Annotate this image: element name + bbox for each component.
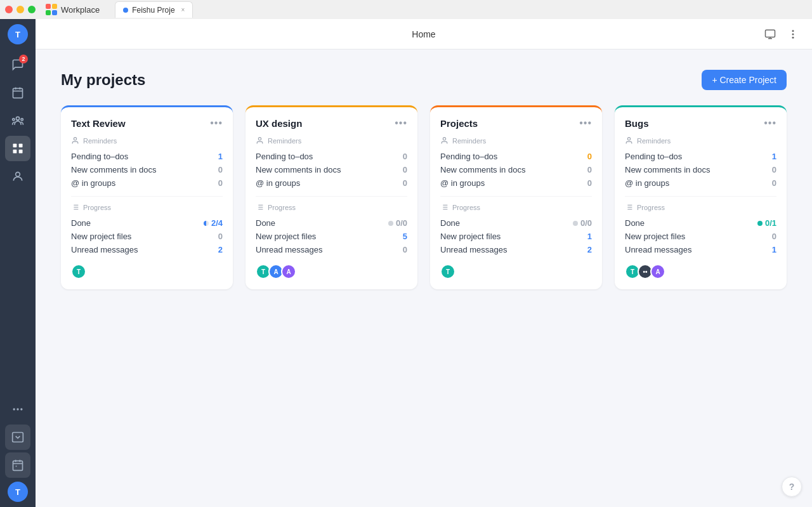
svg-rect-11 bbox=[13, 144, 17, 148]
svg-point-16 bbox=[13, 408, 15, 410]
card-menu-bugs[interactable]: ••• bbox=[764, 117, 776, 129]
reminders-label-text-review: Reminders bbox=[71, 136, 223, 145]
progress-row-projects-0: Done 0/0 bbox=[440, 216, 592, 230]
sidebar: T 2 bbox=[0, 19, 36, 507]
svg-point-17 bbox=[16, 408, 18, 410]
project-card-text-review: Text Review ••• RemindersPending to–dos1… bbox=[61, 105, 233, 289]
svg-point-50 bbox=[627, 138, 630, 140]
projects-grid-icon bbox=[11, 142, 24, 155]
reminder-row-text-review: New comments in docs0 bbox=[71, 163, 223, 176]
maximize-traffic-light[interactable] bbox=[28, 6, 36, 13]
sidebar-item-more[interactable] bbox=[5, 397, 30, 422]
reminder-row-bugs: New comments in docs0 bbox=[625, 163, 776, 176]
page-header: My projects + Create Project bbox=[61, 70, 787, 90]
svg-rect-20 bbox=[13, 461, 23, 470]
svg-rect-13 bbox=[13, 150, 17, 154]
progress-label-projects: Progress bbox=[440, 203, 592, 211]
progress-row-bugs-0: Done 0/1 bbox=[625, 216, 776, 230]
progress-row-bugs-2: Unread messages1 bbox=[625, 243, 776, 256]
title-bar: Workplace Feishu Proje × bbox=[0, 0, 812, 19]
content-area: Home My projects + Create Pr bbox=[36, 19, 812, 507]
svg-rect-3 bbox=[52, 10, 57, 15]
reminder-row-ux-design: Pending to–dos0 bbox=[256, 150, 407, 163]
project-card-bugs: Bugs ••• RemindersPending to–dos1New com… bbox=[615, 105, 787, 289]
project-card-projects: Projects ••• RemindersPending to–dos0New… bbox=[430, 105, 602, 289]
top-bar-actions bbox=[761, 25, 802, 43]
active-tab[interactable]: Feishu Proje × bbox=[115, 1, 193, 18]
terminal-icon bbox=[11, 431, 24, 444]
reminder-row-bugs: @ in groups0 bbox=[625, 176, 776, 190]
progress-row-projects-1: New project files1 bbox=[440, 230, 592, 243]
tab-dot bbox=[123, 8, 128, 13]
more-options-btn[interactable] bbox=[784, 25, 802, 43]
app-logo-icon bbox=[46, 4, 57, 15]
tabs-bar: Feishu Proje × bbox=[115, 1, 193, 18]
svg-point-26 bbox=[792, 30, 794, 32]
sidebar-bottom-avatar[interactable]: T bbox=[8, 482, 28, 502]
avatars-text-review: T bbox=[71, 264, 223, 279]
reminder-row-projects: Pending to–dos0 bbox=[440, 150, 592, 163]
chat-badge: 2 bbox=[19, 55, 28, 63]
reminders-label-ux-design: Reminders bbox=[256, 136, 407, 145]
calendar-icon bbox=[11, 86, 24, 99]
reminders-label-projects: Reminders bbox=[440, 136, 592, 145]
svg-rect-12 bbox=[19, 144, 23, 148]
reminder-row-projects: New comments in docs0 bbox=[440, 163, 592, 176]
app-brand: Workplace bbox=[46, 4, 100, 15]
progress-row-text-review-1: New project files0 bbox=[71, 230, 223, 243]
avatars-ux-design: TAA bbox=[256, 264, 407, 279]
sidebar-item-contacts[interactable] bbox=[5, 164, 30, 189]
progress-label-text-review: Progress bbox=[71, 203, 223, 211]
tab-close-button[interactable]: × bbox=[181, 6, 185, 13]
avatar[interactable]: T bbox=[440, 264, 455, 279]
avatars-projects: T bbox=[440, 264, 592, 279]
avatar[interactable]: T bbox=[71, 264, 86, 279]
svg-rect-2 bbox=[46, 10, 51, 15]
sidebar-bottom-terminal[interactable] bbox=[5, 425, 30, 450]
svg-point-28 bbox=[792, 36, 794, 38]
more-horizontal-icon bbox=[11, 403, 24, 416]
close-traffic-light[interactable] bbox=[5, 6, 13, 13]
card-menu-text-review[interactable]: ••• bbox=[210, 117, 223, 129]
card-title-bugs: Bugs bbox=[625, 118, 649, 129]
avatar[interactable]: A bbox=[281, 264, 296, 279]
sidebar-item-projects[interactable] bbox=[5, 136, 30, 161]
sidebar-item-groups[interactable] bbox=[5, 108, 30, 133]
main-layout: T 2 bbox=[0, 19, 812, 507]
card-menu-ux-design[interactable]: ••• bbox=[395, 117, 407, 129]
card-title-projects: Projects bbox=[440, 118, 478, 129]
traffic-lights bbox=[5, 6, 36, 13]
svg-point-43 bbox=[443, 138, 445, 140]
sidebar-item-calendar[interactable] bbox=[5, 80, 30, 105]
progress-label-ux-design: Progress bbox=[256, 203, 407, 211]
svg-point-36 bbox=[258, 138, 261, 140]
display-icon-btn[interactable] bbox=[761, 25, 779, 43]
progress-row-text-review-2: Unread messages2 bbox=[71, 243, 223, 256]
page-section-title: Home bbox=[412, 29, 435, 39]
display-icon bbox=[764, 29, 776, 40]
user-avatar[interactable]: T bbox=[8, 24, 28, 44]
sidebar-bottom-calendar[interactable] bbox=[5, 452, 30, 478]
reminder-row-bugs: Pending to–dos1 bbox=[625, 150, 776, 163]
svg-point-10 bbox=[21, 119, 23, 121]
avatar[interactable]: A bbox=[650, 264, 665, 279]
progress-row-bugs-1: New project files0 bbox=[625, 230, 776, 243]
sidebar-item-chat[interactable]: 2 bbox=[5, 52, 30, 77]
progress-row-ux-design-0: Done 0/0 bbox=[256, 216, 407, 230]
reminder-row-text-review: Pending to–dos1 bbox=[71, 150, 223, 163]
projects-grid: Text Review ••• RemindersPending to–dos1… bbox=[61, 105, 787, 289]
calendar-bottom-icon bbox=[11, 459, 24, 471]
progress-row-projects-2: Unread messages2 bbox=[440, 243, 592, 256]
create-project-button[interactable]: + Create Project bbox=[702, 70, 787, 90]
svg-point-29 bbox=[74, 138, 76, 140]
svg-rect-1 bbox=[52, 4, 57, 9]
svg-point-18 bbox=[20, 408, 22, 410]
contacts-icon bbox=[11, 170, 24, 183]
reminders-label-bugs: Reminders bbox=[625, 136, 776, 145]
app-name: Workplace bbox=[61, 5, 100, 15]
minimize-traffic-light[interactable] bbox=[16, 6, 24, 13]
svg-rect-4 bbox=[13, 88, 23, 98]
help-button[interactable]: ? bbox=[782, 477, 802, 497]
tab-label: Feishu Proje bbox=[132, 6, 174, 15]
card-menu-projects[interactable]: ••• bbox=[579, 117, 592, 129]
